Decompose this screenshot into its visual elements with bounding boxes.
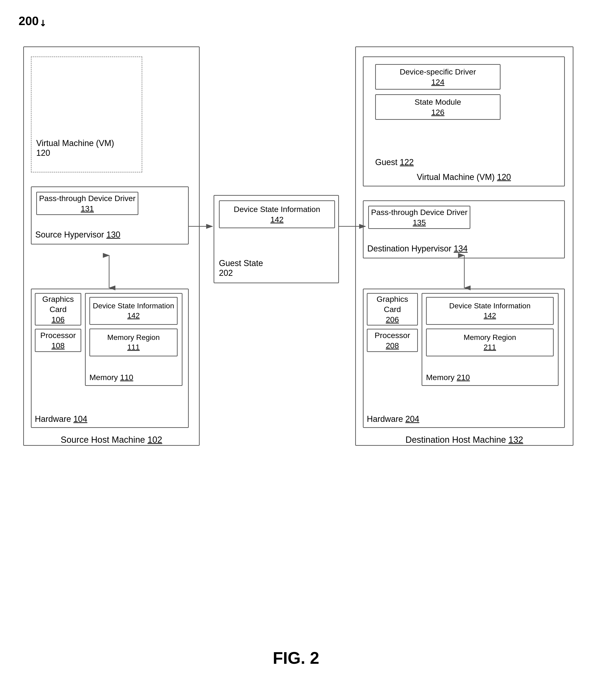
- src-memory-label: Memory 110: [89, 373, 133, 382]
- src-graphics-label: Graphics Card 106: [36, 294, 81, 325]
- guest-state-label: Guest State 202: [219, 258, 263, 278]
- dst-devstate-box: Device State Information 142: [426, 297, 554, 325]
- dst-graphics-card-box: Graphics Card 206: [367, 293, 418, 326]
- source-hardware-box: Graphics Card 106 Processor 108 Device S…: [31, 289, 189, 428]
- src-devstate-box: Device State Information 142: [89, 297, 178, 325]
- dst-devstate-label: Device State Information 142: [449, 301, 531, 320]
- dst-driver-box: Device-specific Driver 124: [375, 64, 500, 90]
- vm-destination-box: Device-specific Driver 124 State Module …: [363, 56, 565, 187]
- src-devstate-label: Device State Information 142: [93, 301, 174, 320]
- source-hardware-label: Hardware 104: [35, 414, 87, 424]
- dst-statemod-box: State Module 126: [375, 94, 500, 120]
- source-hypervisor-label: Source Hypervisor 130: [35, 230, 120, 240]
- dst-memory-label: Memory 210: [426, 373, 470, 382]
- src-ptdd-box: Pass-through Device Driver 131: [36, 192, 138, 215]
- source-host-label: Source Host Machine 102: [61, 435, 162, 445]
- src-graphics-card-box: Graphics Card 106: [35, 293, 81, 326]
- source-hypervisor-box: Pass-through Device Driver 131 Source Hy…: [31, 187, 189, 245]
- src-processor-box: Processor 108: [35, 329, 81, 352]
- destination-host-machine-box: Device-specific Driver 124 State Module …: [355, 46, 574, 446]
- dst-driver-label: Device-specific Driver 124: [400, 67, 476, 87]
- guest-state-devstate-label: Device State Information 142: [234, 204, 320, 224]
- destination-hypervisor-box: Pass-through Device Driver 135 Destinati…: [363, 200, 565, 258]
- dst-graphics-label: Graphics Card 206: [367, 294, 417, 325]
- dst-vm-label: Virtual Machine (VM) 120: [417, 172, 511, 182]
- src-processor-label: Processor 108: [40, 330, 76, 351]
- dst-ptdd-label: Pass-through Device Driver 135: [371, 207, 467, 228]
- figure-label: FIG. 2: [273, 648, 319, 667]
- dst-ptdd-box: Pass-through Device Driver 135: [368, 206, 471, 229]
- vm-source-box: Virtual Machine (VM) 120: [31, 56, 142, 172]
- destination-hardware-label: Hardware 204: [367, 414, 419, 424]
- src-memregion-label: Memory Region 111: [107, 333, 160, 352]
- dst-memregion-label: Memory Region 211: [463, 333, 516, 352]
- src-memregion-box: Memory Region 111: [89, 329, 178, 356]
- destination-hardware-box: Graphics Card 206 Processor 208 Device S…: [363, 289, 565, 428]
- destination-host-label: Destination Host Machine 132: [406, 435, 523, 445]
- guest-state-devstate-box: Device State Information 142: [219, 200, 335, 228]
- dst-processor-label: Processor 208: [375, 330, 410, 351]
- source-host-machine-box: Virtual Machine (VM) 120 Pass-through De…: [23, 46, 200, 446]
- destination-hypervisor-label: Destination Hypervisor 134: [367, 244, 467, 254]
- vm-source-label: Virtual Machine (VM) 120: [36, 138, 114, 158]
- dst-memory-outer-box: Device State Information 142 Memory Regi…: [422, 293, 558, 386]
- src-memory-outer-box: Device State Information 142 Memory Regi…: [85, 293, 183, 386]
- dst-statemod-label: State Module 126: [414, 97, 461, 117]
- diagram-number: 200↘: [18, 14, 46, 28]
- dst-memregion-box: Memory Region 211: [426, 329, 554, 356]
- dst-guest-label: Guest 122: [375, 157, 414, 167]
- guest-state-box: Device State Information 142 Guest State…: [213, 195, 339, 283]
- dst-processor-box: Processor 208: [367, 329, 418, 352]
- src-ptdd-label: Pass-through Device Driver 131: [39, 193, 136, 214]
